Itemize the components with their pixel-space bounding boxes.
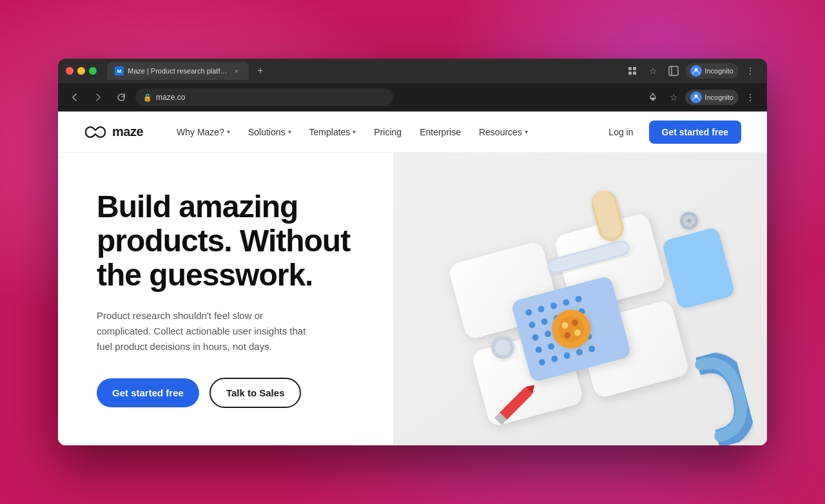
incognito-profile-button[interactable]: Incognito	[685, 90, 739, 105]
chevron-down-icon: ▾	[288, 128, 291, 135]
svg-rect-7	[650, 98, 655, 99]
browser-menu-icon[interactable]: ⋮	[741, 88, 759, 106]
maximize-window-button[interactable]	[89, 67, 97, 75]
extensions-icon[interactable]	[623, 62, 641, 80]
svg-rect-0	[628, 67, 632, 70]
traffic-lights	[66, 67, 97, 75]
nav-item-pricing[interactable]: Pricing	[366, 122, 409, 142]
back-button[interactable]	[66, 88, 84, 106]
hero-section: Build amazing products. Without the gues…	[58, 153, 767, 445]
forward-button[interactable]	[89, 88, 107, 106]
address-bar-actions: ☆ Incognito ⋮	[644, 88, 759, 106]
hero-3d-illustration	[393, 153, 767, 445]
nav-items: Why Maze? ▾ Solutions ▾ Templates ▾ Pric…	[169, 122, 601, 142]
incognito-label: Incognito	[704, 93, 733, 101]
hero-subtitle: Product research shouldn't feel slow or …	[97, 308, 316, 354]
sidebar-toggle-icon[interactable]	[665, 62, 683, 80]
login-button[interactable]: Log in	[601, 122, 641, 142]
bookmark-icon[interactable]: ☆	[665, 88, 683, 106]
incognito-avatar	[690, 92, 702, 103]
new-tab-button[interactable]: +	[251, 62, 269, 80]
browser-controls: ☆ Incognito ⋮	[623, 62, 759, 80]
chevron-down-icon: ▾	[353, 128, 356, 135]
address-bar[interactable]: 🔒 maze.co	[135, 88, 393, 106]
hero-visual	[393, 153, 767, 445]
page-extensions-icon[interactable]	[644, 88, 662, 106]
svg-rect-1	[633, 67, 636, 70]
profile-label: Incognito	[704, 67, 733, 75]
nav-actions: Log in Get started free	[601, 121, 741, 144]
close-window-button[interactable]	[66, 67, 73, 75]
reload-button[interactable]	[112, 88, 130, 106]
logo-text: maze	[112, 124, 143, 139]
browser-window: M Maze | Product research platfo... × + …	[58, 59, 767, 445]
browser-titlebar: M Maze | Product research platfo... × + …	[58, 59, 767, 83]
tabs-area: M Maze | Product research platfo... × +	[107, 62, 618, 80]
site-navigation: maze Why Maze? ▾ Solutions ▾ Templates ▾…	[58, 111, 767, 153]
nav-item-why-maze[interactable]: Why Maze? ▾	[169, 122, 238, 142]
hero-title: Build amazing products. Without the gues…	[97, 190, 367, 292]
tab-close-button[interactable]: ×	[232, 66, 241, 75]
hero-cta-button[interactable]: Get started free	[97, 378, 199, 407]
svg-rect-8	[652, 99, 654, 101]
active-tab[interactable]: M Maze | Product research platfo... ×	[107, 62, 249, 80]
site-logo[interactable]: maze	[84, 124, 143, 140]
browser-addressbar: 🔒 maze.co ☆ Incognito	[58, 83, 767, 111]
hero-talk-sales-button[interactable]: Talk to Sales	[209, 378, 302, 408]
hero-content: Build amazing products. Without the gues…	[58, 153, 393, 445]
lock-icon: 🔒	[143, 93, 152, 102]
nav-item-solutions[interactable]: Solutions ▾	[240, 122, 299, 142]
svg-rect-3	[633, 72, 636, 75]
url-text: maze.co	[156, 93, 185, 102]
minimize-window-button[interactable]	[77, 67, 85, 75]
chevron-down-icon: ▾	[525, 128, 528, 135]
bookmark-star-icon[interactable]: ☆	[644, 62, 662, 80]
svg-rect-2	[628, 72, 632, 75]
profile-button[interactable]: Incognito	[685, 63, 739, 79]
avatar	[690, 65, 702, 77]
hero-buttons: Get started free Talk to Sales	[97, 378, 367, 408]
nav-item-enterprise[interactable]: Enterprise	[412, 122, 469, 142]
svg-rect-4	[669, 66, 678, 75]
nav-item-templates[interactable]: Templates ▾	[302, 122, 364, 142]
tab-favicon: M	[115, 66, 124, 75]
chrome-menu-icon[interactable]: ⋮	[741, 62, 759, 80]
nav-cta-button[interactable]: Get started free	[649, 121, 741, 144]
chevron-down-icon: ▾	[227, 128, 230, 135]
nav-item-resources[interactable]: Resources ▾	[471, 122, 536, 142]
webpage: maze Why Maze? ▾ Solutions ▾ Templates ▾…	[58, 111, 767, 445]
tab-title: Maze | Product research platfo...	[128, 67, 228, 75]
